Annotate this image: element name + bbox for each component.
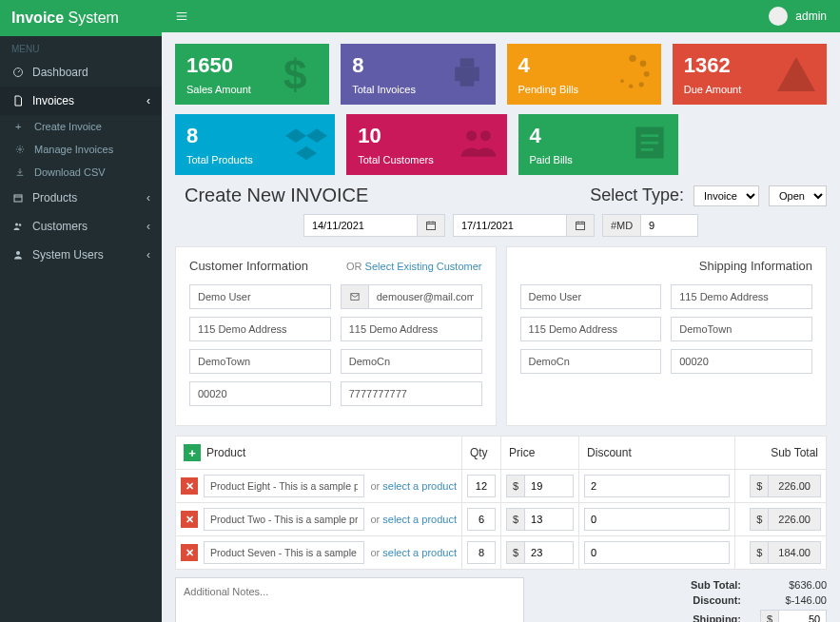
stat-paid-bills[interactable]: 4 Paid Bills bbox=[518, 114, 678, 175]
menu-section-label: MENU bbox=[0, 36, 162, 58]
calendar-icon[interactable] bbox=[567, 214, 595, 237]
qty-input[interactable] bbox=[467, 541, 496, 564]
shipping-info-panel: Shipping Information bbox=[506, 246, 828, 426]
product-name-input[interactable] bbox=[204, 475, 364, 497]
customer-info-panel: Customer Information OR Select Existing … bbox=[175, 246, 497, 426]
stat-due-amount[interactable]: 1362 Due Amount bbox=[673, 44, 827, 105]
subtotal-value: 226.00 bbox=[769, 475, 821, 497]
discount-input[interactable] bbox=[584, 508, 730, 531]
shipping-cn-input[interactable] bbox=[520, 349, 662, 374]
stat-sales-amount[interactable]: 1650 Sales Amount $ bbox=[175, 44, 329, 105]
notes-textarea[interactable] bbox=[175, 577, 524, 622]
date-from-input[interactable] bbox=[303, 214, 418, 237]
customer-phone-input[interactable] bbox=[341, 381, 482, 406]
svg-rect-8 bbox=[459, 58, 474, 67]
svg-point-4 bbox=[19, 224, 22, 226]
customer-info-title: Customer Information bbox=[189, 259, 308, 273]
svg-point-1 bbox=[19, 148, 22, 151]
qty-input[interactable] bbox=[467, 475, 496, 497]
nav-manage-invoices[interactable]: Manage Invoices bbox=[0, 138, 162, 161]
invoice-number-input[interactable] bbox=[641, 214, 698, 237]
dropbox-icon bbox=[285, 122, 327, 164]
nav-dashboard-label: Dashboard bbox=[32, 66, 88, 79]
box-icon bbox=[11, 192, 25, 204]
shipping-addr2-input[interactable] bbox=[520, 317, 662, 341]
customer-addr1-input[interactable] bbox=[189, 317, 331, 341]
chevron-left-icon: ‹ bbox=[147, 94, 150, 107]
customer-town-input[interactable] bbox=[189, 349, 331, 374]
customer-addr2-input[interactable] bbox=[341, 317, 482, 341]
add-row-button[interactable]: + bbox=[184, 444, 201, 461]
doc-type-select[interactable]: Invoice bbox=[693, 185, 759, 206]
shipping-info-title: Shipping Information bbox=[699, 259, 812, 273]
warning-icon bbox=[773, 51, 819, 97]
file-icon bbox=[11, 95, 25, 107]
customer-email-input[interactable] bbox=[368, 284, 482, 309]
dashboard-icon bbox=[11, 67, 25, 78]
customer-zip-input[interactable] bbox=[189, 381, 331, 406]
page-title: Create New INVOICE bbox=[175, 185, 368, 206]
delete-row-button[interactable]: ✕ bbox=[181, 477, 198, 495]
discount-input[interactable] bbox=[584, 541, 730, 564]
nav-invoices-label: Invoices bbox=[32, 94, 74, 107]
price-input[interactable] bbox=[525, 541, 574, 564]
user-name-label: admin bbox=[795, 10, 827, 23]
printer-icon bbox=[446, 51, 488, 93]
totals-panel: Sub Total:$636.00 Discount:$-146.00 Ship… bbox=[536, 577, 827, 622]
select-product-link[interactable]: or select a product bbox=[370, 514, 457, 525]
shipping-name-input[interactable] bbox=[520, 284, 662, 309]
delete-row-button[interactable]: ✕ bbox=[181, 544, 198, 561]
svg-point-11 bbox=[639, 61, 646, 68]
nav-products[interactable]: Products ‹ bbox=[0, 184, 162, 212]
qty-input[interactable] bbox=[467, 508, 496, 531]
shipping-amount-input[interactable] bbox=[779, 610, 827, 622]
select-product-link[interactable]: or select a product bbox=[370, 547, 457, 558]
table-row: ✕or select a product$$184.00 bbox=[176, 536, 827, 570]
svg-rect-9 bbox=[459, 78, 474, 87]
svg-point-10 bbox=[629, 55, 635, 62]
gear-icon bbox=[15, 145, 29, 154]
nav-customers[interactable]: Customers ‹ bbox=[0, 212, 162, 241]
nav-system-users[interactable]: System Users ‹ bbox=[0, 241, 162, 269]
invoice-prefix-label: #MD bbox=[602, 214, 641, 237]
svg-point-5 bbox=[16, 251, 20, 255]
customer-name-input[interactable] bbox=[189, 284, 331, 309]
stat-total-customers[interactable]: 10 Total Customers bbox=[346, 114, 506, 175]
svg-rect-2 bbox=[14, 195, 22, 202]
brand-logo[interactable]: Invoice System bbox=[0, 0, 162, 36]
stat-pending-bills[interactable]: 4 Pending Bills bbox=[507, 44, 661, 105]
customer-cn-input[interactable] bbox=[341, 349, 482, 374]
discount-input[interactable] bbox=[584, 475, 730, 497]
stat-total-invoices[interactable]: 8 Total Invoices bbox=[341, 44, 495, 105]
select-product-link[interactable]: or select a product bbox=[370, 480, 457, 492]
nav-create-invoice[interactable]: + Create Invoice bbox=[0, 115, 162, 138]
nav-dashboard[interactable]: Dashboard bbox=[0, 58, 162, 87]
hamburger-icon[interactable] bbox=[175, 10, 188, 23]
svg-point-15 bbox=[620, 79, 624, 83]
price-input[interactable] bbox=[525, 508, 574, 531]
dollar-icon: $ bbox=[276, 51, 322, 97]
product-name-input[interactable] bbox=[204, 508, 364, 531]
table-row: ✕or select a product$$226.00 bbox=[176, 470, 827, 503]
status-select[interactable]: Open bbox=[769, 185, 827, 206]
envelope-icon bbox=[341, 284, 368, 309]
list-icon bbox=[629, 122, 671, 164]
product-name-input[interactable] bbox=[204, 541, 364, 564]
stat-total-products[interactable]: 8 Total Products bbox=[175, 114, 335, 175]
download-icon bbox=[15, 167, 29, 177]
chevron-left-icon: ‹ bbox=[147, 220, 150, 233]
delete-row-button[interactable]: ✕ bbox=[181, 511, 198, 528]
shipping-addr1-input[interactable] bbox=[671, 284, 812, 309]
calendar-icon[interactable] bbox=[418, 214, 445, 237]
nav-download-csv[interactable]: Download CSV bbox=[0, 161, 162, 184]
date-to-input[interactable] bbox=[453, 214, 567, 237]
nav-invoices[interactable]: Invoices ‹ bbox=[0, 87, 162, 115]
svg-point-17 bbox=[479, 130, 490, 141]
svg-point-16 bbox=[466, 130, 477, 141]
shipping-town-input[interactable] bbox=[671, 317, 812, 341]
select-existing-customer[interactable]: OR Select Existing Customer bbox=[346, 261, 481, 272]
user-menu[interactable]: admin bbox=[769, 7, 827, 26]
users-icon bbox=[11, 221, 25, 232]
price-input[interactable] bbox=[525, 475, 574, 497]
shipping-zip-input[interactable] bbox=[671, 349, 812, 374]
